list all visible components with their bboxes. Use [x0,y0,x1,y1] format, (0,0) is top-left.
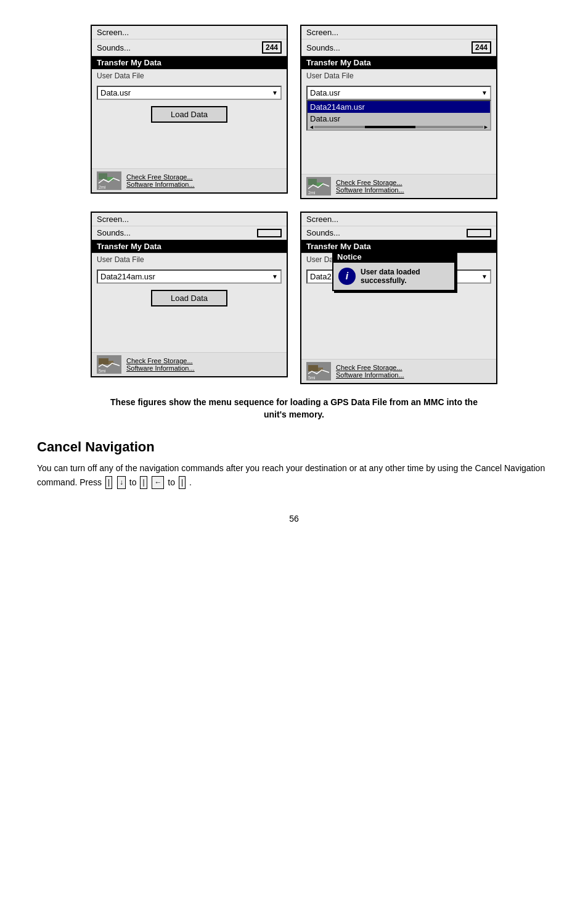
screen-menu-item-2[interactable]: Screen... [301,26,496,39]
check-free-storage-2[interactable]: Check Free Storage... [336,179,404,186]
dropdown-arrow-4: ▼ [481,273,488,280]
dropdown-box-1[interactable]: Data.usr ▼ [97,86,282,100]
figures-caption: These figures show the menu sequence for… [109,397,479,421]
spacer-4 [301,134,496,139]
software-info-3[interactable]: Software Information... [126,364,195,372]
bottom-menu-items-1: Check Free Storage... Software Informati… [126,173,195,188]
screen-3: Screen... Sounds... Transfer My Data Use… [91,212,288,377]
dropdown-scrollbar-2: ◄ ► [308,125,490,130]
map-icon-1: 2mi [97,171,121,190]
notice-text: User data loaded successfully. [361,268,449,285]
sounds-menu-item-3[interactable]: Sounds... [92,226,287,240]
spacer-11 [301,329,496,334]
sounds-badge-box-3 [257,229,282,237]
svg-rect-5 [308,179,317,185]
dropdown-option-1[interactable]: Data214am.usr [308,101,490,113]
dropdown-box-3[interactable]: Data214am.usr ▼ [97,269,282,284]
check-free-storage-4[interactable]: Check Free Storage... [336,364,404,371]
svg-rect-9 [99,358,108,364]
user-data-label-3: User Data File [92,253,287,266]
figures-row-2: Screen... Sounds... Transfer My Data Use… [37,212,551,384]
dropdown-box-2[interactable]: Data.usr ▼ [306,86,491,100]
scrollbar-track-2 [314,126,483,128]
dropdown-3[interactable]: Data214am.usr ▼ [97,269,282,284]
screen-menu-item-4[interactable]: Screen... [301,213,496,226]
device-2: Screen... Sounds... 244 Transfer My Data… [300,25,497,199]
figures-container: Screen... Sounds... 244 Transfer My Data… [37,25,551,384]
transfer-menu-item-1[interactable]: Transfer My Data [92,56,287,70]
software-info-1[interactable]: Software Information... [126,181,195,188]
device-4: Screen... Sounds... Transfer My Data Use… [300,212,497,384]
dropdown-arrow-1: ▼ [272,89,278,96]
svg-text:5mi: 5mi [99,369,106,373]
spacer-2 [92,134,287,139]
spacer-6 [301,144,496,149]
dropdown-2[interactable]: Data.usr ▼ Data214am.usr Data.usr ◄ ► [306,86,491,131]
notice-body: i User data loaded successfully. [333,263,454,290]
notice-info-icon: i [338,268,356,285]
dropdown-arrow-3: ▼ [272,273,278,280]
cancel-navigation-heading: Cancel Navigation [37,439,551,455]
dropdown-open-2: Data214am.usr Data.usr ◄ ► [306,100,491,131]
map-icon-4: 5mi [306,362,331,380]
spacer-5 [301,139,496,144]
scroll-right-icon[interactable]: ► [483,124,489,130]
spacer-10 [301,324,496,329]
notice-popup: Notice i User data loaded successfully. [332,250,455,291]
software-info-4[interactable]: Software Information... [336,371,404,379]
load-btn-container-1: Load Data [92,106,287,123]
screen-4: Screen... Sounds... Transfer My Data Use… [300,212,497,384]
check-free-storage-3[interactable]: Check Free Storage... [126,357,195,364]
svg-text:2mi: 2mi [308,191,316,195]
load-data-button-1[interactable]: Load Data [151,106,227,123]
device-1: Screen... Sounds... 244 Transfer My Data… [91,25,288,199]
sounds-menu-item-2[interactable]: Sounds... 244 [301,39,496,56]
sounds-badge-box-4 [467,229,491,237]
load-data-button-3[interactable]: Load Data [151,290,227,306]
bottom-area-3: 5mi Check Free Storage... Software Infor… [92,352,287,376]
dropdown-arrow-2: ▼ [481,89,488,96]
spacer-8 [92,318,287,323]
figures-row-1: Screen... Sounds... 244 Transfer My Data… [37,25,551,199]
sounds-badge-2: 244 [472,41,491,54]
key-pipe-1: | [105,476,112,489]
screen-menu-item-1[interactable]: Screen... [92,26,287,39]
cancel-navigation-body: You can turn off any of the navigation c… [37,461,551,489]
bottom-area-1: 2mi Check Free Storage... Software Infor… [92,168,287,192]
screen-menu-item-3[interactable]: Screen... [92,213,287,226]
dropdown-option-2[interactable]: Data.usr [308,113,490,125]
user-data-label-2: User Data File [301,70,496,82]
key-pipe-3: | [179,476,186,489]
device-3: Screen... Sounds... Transfer My Data Use… [91,212,288,384]
bottom-area-2: 2mi Check Free Storage... Software Infor… [301,174,496,198]
page-number: 56 [37,514,551,524]
key-down-arrow: ↓ [117,476,126,489]
transfer-menu-item-2[interactable]: Transfer My Data [301,56,496,70]
bottom-menu-items-4: Check Free Storage... Software Informati… [336,364,404,379]
scrollbar-thumb-2 [365,126,415,128]
software-info-2[interactable]: Software Information... [336,186,404,194]
svg-text:5mi: 5mi [308,376,316,380]
notice-title: Notice [333,251,454,263]
sounds-menu-item-1[interactable]: Sounds... 244 [92,39,287,56]
bottom-menu-items-3: Check Free Storage... Software Informati… [126,357,195,372]
sounds-badge-1: 244 [262,41,282,54]
svg-rect-13 [308,365,318,371]
spacer-3 [92,139,287,144]
user-data-label-1: User Data File [92,70,287,82]
sounds-menu-item-4[interactable]: Sounds... [301,226,496,240]
check-free-storage-1[interactable]: Check Free Storage... [126,173,195,181]
map-icon-2: 2mi [306,177,331,195]
spacer-notice [301,287,496,324]
transfer-menu-item-3[interactable]: Transfer My Data [92,240,287,253]
svg-rect-1 [99,173,107,179]
load-btn-container-3: Load Data [92,290,287,306]
key-left-arrow: ← [152,476,164,489]
svg-text:2mi: 2mi [99,185,106,189]
key-pipe-2: | [140,476,147,489]
scroll-left-icon[interactable]: ◄ [309,124,314,130]
screen-2: Screen... Sounds... 244 Transfer My Data… [300,25,497,199]
bottom-menu-items-2: Check Free Storage... Software Informati… [336,179,404,194]
screen-1: Screen... Sounds... 244 Transfer My Data… [91,25,288,194]
dropdown-1[interactable]: Data.usr ▼ [97,86,282,100]
